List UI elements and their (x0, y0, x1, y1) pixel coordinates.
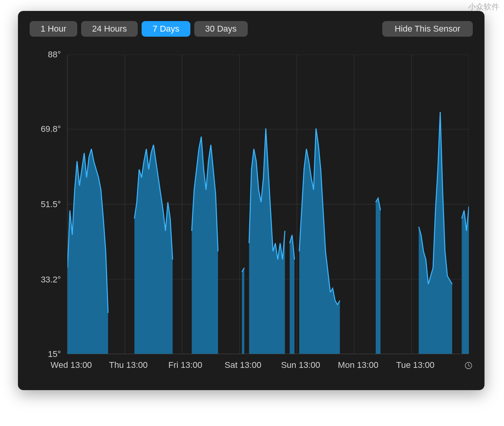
y-tick-label: 33.2° (41, 275, 61, 285)
x-axis: Wed 13:00Thu 13:00Fri 13:00Sat 13:00Sun … (67, 357, 469, 378)
y-axis: 15°33.2°51.5°69.8°88° (30, 46, 65, 359)
x-tick-label: Fri 13:00 (169, 360, 202, 370)
range-30-days-button[interactable]: 30 Days (194, 21, 248, 37)
range-1-hour-button[interactable]: 1 Hour (30, 21, 77, 37)
x-tick-label: Tue 13:00 (396, 360, 435, 370)
x-tick-label: Thu 13:00 (109, 360, 148, 370)
hide-sensor-button[interactable]: Hide This Sensor (382, 21, 473, 37)
watermark-text: 小众软件 (468, 2, 499, 12)
x-tick-label: Mon 13:00 (338, 360, 378, 370)
x-tick-label: Wed 13:00 (51, 360, 92, 370)
clock-icon (464, 361, 473, 370)
range-24-hours-button[interactable]: 24 Hours (81, 21, 138, 37)
time-range-toolbar: 1 Hour 24 Hours 7 Days 30 Days Hide This… (18, 11, 484, 37)
plot-region (67, 55, 469, 354)
y-tick-label: 88° (48, 50, 61, 60)
range-7-days-button[interactable]: 7 Days (142, 21, 190, 37)
x-tick-label: Sun 13:00 (281, 360, 320, 370)
y-tick-label: 69.8° (41, 124, 61, 134)
x-tick-label: Sat 13:00 (225, 360, 261, 370)
chart-series (67, 55, 469, 354)
chart-area: 15°33.2°51.5°69.8°88° Wed 13:00Thu 13:00… (30, 46, 473, 378)
y-tick-label: 51.5° (41, 199, 61, 209)
y-tick-label: 15° (48, 349, 61, 359)
sensor-chart-panel: 1 Hour 24 Hours 7 Days 30 Days Hide This… (18, 11, 484, 390)
